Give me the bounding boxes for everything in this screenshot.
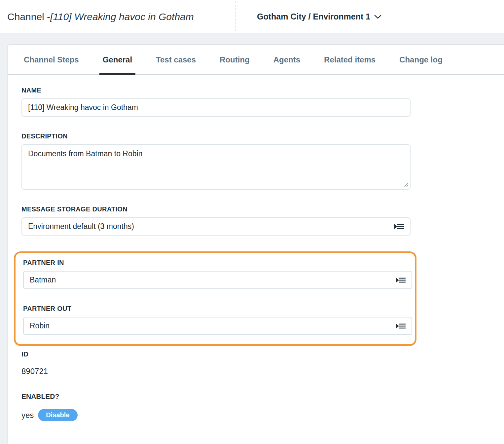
enabled-field-group: ENABLED? yes Disable (21, 392, 504, 421)
tab-test-cases[interactable]: Test cases (153, 45, 199, 74)
app-header: Channel -[110] Wreaking havoc in Gotham … (0, 0, 504, 33)
open-list-icon (395, 322, 406, 330)
storage-duration-label: MESSAGE STORAGE DURATION (21, 205, 504, 213)
disable-button[interactable]: Disable (38, 409, 77, 421)
partner-out-label: PARTNER OUT (23, 305, 415, 313)
partner-in-field-group: PARTNER IN Batman (23, 259, 415, 289)
tab-general[interactable]: General (99, 45, 135, 74)
page-title-prefix: Channel - (7, 11, 50, 22)
storage-duration-value: Environment default (3 months) (28, 222, 134, 231)
tab-agents[interactable]: Agents (270, 45, 304, 74)
open-list-icon (393, 223, 405, 231)
channel-detail-card: Channel Steps General Test cases Routing… (7, 44, 504, 444)
environment-selector-label: Gotham City / Environment 1 (257, 12, 370, 21)
id-field-group: ID 890721 (21, 350, 504, 376)
open-list-icon (395, 276, 406, 284)
tab-change-log[interactable]: Change log (396, 45, 446, 74)
id-value: 890721 (21, 367, 504, 376)
enabled-label: ENABLED? (21, 392, 504, 400)
environment-selector[interactable]: Gotham City / Environment 1 (257, 0, 381, 33)
chevron-down-icon (374, 15, 381, 19)
partner-in-value: Batman (30, 276, 56, 284)
general-tab-content: NAME DESCRIPTION Documents from Batman t… (8, 75, 504, 421)
tab-routing[interactable]: Routing (216, 45, 253, 74)
resize-handle-icon[interactable] (404, 182, 409, 187)
name-label: NAME (21, 87, 504, 94)
enabled-value: yes (21, 411, 34, 420)
partner-out-select[interactable]: Robin (23, 317, 412, 335)
description-textarea[interactable]: Documents from Batman to Robin (21, 144, 411, 190)
partner-in-label: PARTNER IN (23, 259, 415, 267)
id-label: ID (21, 350, 504, 358)
tab-channel-steps[interactable]: Channel Steps (20, 45, 82, 74)
channel-title: [110] Wreaking havoc in Gotham (50, 11, 194, 22)
name-input[interactable] (21, 98, 411, 117)
description-field-group: DESCRIPTION Documents from Batman to Rob… (21, 132, 504, 190)
storage-duration-select[interactable]: Environment default (3 months) (21, 217, 411, 236)
page-title: Channel -[110] Wreaking havoc in Gotham (7, 0, 194, 33)
header-divider (235, 1, 235, 31)
partner-out-value: Robin (30, 321, 50, 330)
name-field-group: NAME (21, 87, 504, 117)
tab-bar: Channel Steps General Test cases Routing… (8, 45, 504, 75)
storage-duration-field-group: MESSAGE STORAGE DURATION Environment def… (21, 205, 504, 236)
tab-related-items[interactable]: Related items (321, 45, 379, 74)
partner-in-select[interactable]: Batman (23, 271, 412, 289)
partner-out-field-group: PARTNER OUT Robin (23, 305, 415, 335)
partner-highlight-box: PARTNER IN Batman PARTNER OUT (14, 251, 416, 346)
description-label: DESCRIPTION (21, 132, 504, 140)
